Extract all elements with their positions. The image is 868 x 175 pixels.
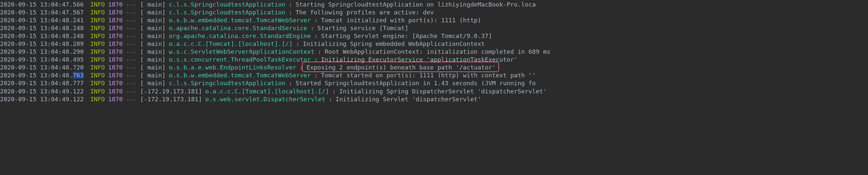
log-line[interactable]: 2020-09-15 13:04:48.720INFO1870---[ main… xyxy=(0,64,868,71)
log-thread: [ main] xyxy=(140,1,166,8)
log-thread: [-172.19.173.181] xyxy=(140,95,202,103)
log-logger: o.a.c.c.C.[Tomcat].[localhost].[/] xyxy=(169,40,293,48)
log-thread: [-172.19.173.181] xyxy=(140,88,202,95)
log-timestamp: 2020-09-15 13:04:48.241 xyxy=(0,17,84,24)
log-line[interactable]: 2020-09-15 13:04:48.248INFO1870---[ main… xyxy=(0,32,868,40)
log-level: INFO xyxy=(90,17,105,24)
log-timestamp: 2020-09-15 13:04:48.248 xyxy=(0,32,84,40)
log-pid: 1870 xyxy=(108,40,123,48)
log-message: Tomcat started on port(s): 1111 (http) w… xyxy=(321,71,536,79)
log-logger: c.l.s.SpringcloudtestApplication xyxy=(169,1,285,8)
log-pid: 1870 xyxy=(108,64,123,71)
log-message: Started SpringcloudtestApplication in 1.… xyxy=(296,79,536,87)
log-colon: : xyxy=(329,95,332,103)
log-timestamp: 2020-09-15 13:04:48.495 xyxy=(0,56,84,64)
log-level: INFO xyxy=(90,1,105,8)
log-line[interactable]: 2020-09-15 13:04:47.566INFO1870---[ main… xyxy=(0,1,868,8)
log-separator: --- xyxy=(126,95,136,103)
log-logger: org.apache.catalina.core.StandardEngine xyxy=(169,32,311,40)
log-colon: : xyxy=(314,17,318,24)
log-level: INFO xyxy=(90,71,105,79)
log-colon: : xyxy=(288,1,292,8)
log-timestamp: 2020-09-15 13:04:48.248 xyxy=(0,24,84,32)
log-line[interactable]: 2020-09-15 13:04:47.567INFO1870---[ main… xyxy=(0,8,868,17)
log-pid: 1870 xyxy=(108,56,123,64)
log-separator: --- xyxy=(126,1,136,8)
log-output-container: 2020-09-15 13:04:47.566INFO1870---[ main… xyxy=(0,1,868,103)
log-logger: o.s.s.concurrent.ThreadPoolTaskExecutor xyxy=(169,56,311,64)
log-level: INFO xyxy=(90,56,105,64)
log-message: Starting service [Tomcat] xyxy=(317,24,408,32)
log-separator: --- xyxy=(126,79,136,87)
log-separator: --- xyxy=(126,56,136,64)
log-logger: o.s.b.a.e.web.EndpointLinksResolver xyxy=(169,64,297,71)
log-thread: [ main] xyxy=(140,56,166,64)
log-separator: --- xyxy=(126,64,136,71)
log-timestamp: 2020-09-15 13:04:48.763 xyxy=(0,71,84,79)
log-pid: 1870 xyxy=(108,95,123,103)
log-pid: 1870 xyxy=(108,71,123,79)
log-message: Initializing Servlet 'dispatcherServlet' xyxy=(336,95,482,103)
log-separator: --- xyxy=(126,71,136,79)
log-thread: [ main] xyxy=(140,48,166,56)
log-timestamp: 2020-09-15 13:04:48.289 xyxy=(0,40,84,48)
log-level: INFO xyxy=(90,88,105,95)
log-line[interactable]: 2020-09-15 13:04:48.290INFO1870---[ main… xyxy=(0,48,868,56)
log-colon: : xyxy=(314,71,318,79)
log-line[interactable]: 2020-09-15 13:04:48.248INFO1870---[ main… xyxy=(0,24,868,32)
log-colon: : xyxy=(332,88,336,95)
log-message: Initializing Spring embedded WebApplicat… xyxy=(303,40,485,48)
log-separator: --- xyxy=(126,40,136,48)
log-line[interactable]: 2020-09-15 13:04:49.122INFO1870---[-172.… xyxy=(0,95,868,103)
log-level: INFO xyxy=(90,40,105,48)
log-timestamp: 2020-09-15 13:04:49.122 xyxy=(0,95,84,103)
log-line[interactable]: 2020-09-15 13:04:48.763INFO1870---[ main… xyxy=(0,71,868,79)
log-logger: o.s.web.servlet.DispatcherServlet xyxy=(205,95,326,103)
log-thread: [ main] xyxy=(140,71,166,79)
log-thread: [ main] xyxy=(140,32,166,40)
log-message: Tomcat initialized with port(s): 1111 (h… xyxy=(321,17,481,24)
log-level: INFO xyxy=(90,32,105,40)
log-colon: : xyxy=(314,56,318,64)
log-line[interactable]: 2020-09-15 13:04:48.241INFO1870---[ main… xyxy=(0,17,868,24)
log-logger: o.apache.catalina.core.StandardService xyxy=(169,24,307,32)
log-separator: --- xyxy=(126,32,136,40)
log-timestamp: 2020-09-15 13:04:48.720 xyxy=(0,64,84,71)
log-level: INFO xyxy=(90,95,105,103)
log-line[interactable]: 2020-09-15 13:04:48.289INFO1870---[ main… xyxy=(0,40,868,48)
log-colon: : xyxy=(296,40,299,48)
log-separator: --- xyxy=(126,24,136,32)
log-colon: : xyxy=(288,79,292,87)
log-message: Root WebApplicationContext: initializati… xyxy=(324,48,550,56)
log-pid: 1870 xyxy=(108,17,123,24)
log-timestamp: 2020-09-15 13:04:48.777 xyxy=(0,79,84,87)
log-line[interactable]: 2020-09-15 13:04:48.495INFO1870---[ main… xyxy=(0,56,868,64)
log-line[interactable]: 2020-09-15 13:04:49.122INFO1870---[-172.… xyxy=(0,88,868,95)
log-colon: : xyxy=(318,48,321,56)
log-thread: [ main] xyxy=(140,40,166,48)
log-timestamp: 2020-09-15 13:04:49.122 xyxy=(0,88,84,95)
log-separator: --- xyxy=(126,48,136,56)
log-logger: c.l.s.SpringcloudtestApplication xyxy=(169,79,285,87)
log-level: INFO xyxy=(90,48,105,56)
log-timestamp: 2020-09-15 13:04:47.567 xyxy=(0,8,84,17)
log-level: INFO xyxy=(90,79,105,87)
log-level: INFO xyxy=(90,24,105,32)
log-level: INFO xyxy=(90,8,105,17)
log-line[interactable]: 2020-09-15 13:04:48.777INFO1870---[ main… xyxy=(0,79,868,87)
log-message: Starting SpringcloudtestApplication on l… xyxy=(296,1,536,8)
log-separator: --- xyxy=(126,88,136,95)
log-message: Initializing ExecutorService 'applicatio… xyxy=(321,56,517,64)
log-thread: [ main] xyxy=(140,79,166,87)
log-pid: 1870 xyxy=(108,79,123,87)
log-timestamp: 2020-09-15 13:04:47.566 xyxy=(0,1,84,8)
log-pid: 1870 xyxy=(108,1,123,8)
log-pid: 1870 xyxy=(108,32,123,40)
log-colon: : xyxy=(300,64,303,71)
log-thread: [ main] xyxy=(140,17,166,24)
log-logger: o.a.c.c.C.[Tomcat].[localhost].[/] xyxy=(205,88,329,95)
log-logger: o.s.b.w.embedded.tomcat.TomcatWebServer xyxy=(169,71,311,79)
log-logger: o.s.b.w.embedded.tomcat.TomcatWebServer xyxy=(169,17,311,24)
log-separator: --- xyxy=(126,17,136,24)
log-colon: : xyxy=(314,32,318,40)
